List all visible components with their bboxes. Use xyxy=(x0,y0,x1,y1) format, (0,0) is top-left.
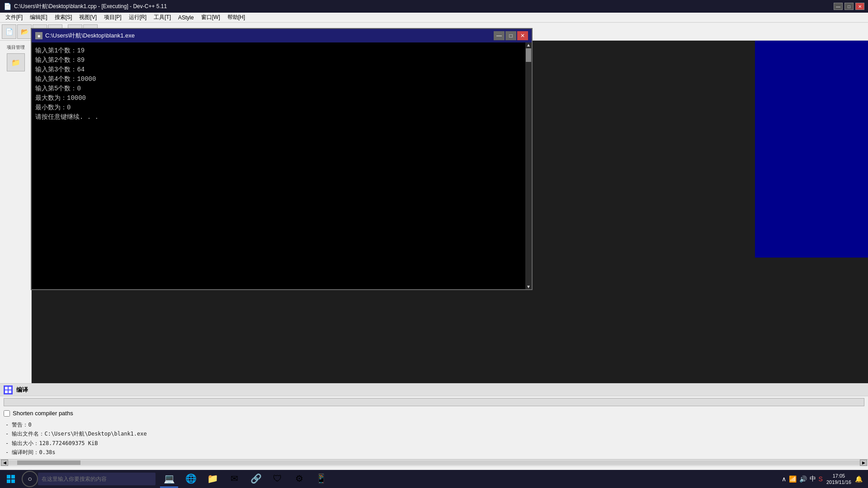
h-scroll-left-button[interactable]: ◀ xyxy=(1,460,8,466)
console-scrollbar[interactable]: ▲ ▼ xyxy=(525,42,532,289)
taskbar-sys-icons: ∧ 📶 🔊 中 S xyxy=(782,475,823,483)
compile-progress-bar xyxy=(4,398,864,406)
windows-taskbar: ○ 💻 🌐 📁 ✉ 🔗 🛡 ⚙ 📱 ∧ 📶 🔊 中 S 17:05 2019/1… xyxy=(0,470,868,488)
cortana-button[interactable]: ○ xyxy=(22,471,38,487)
toolbar-open-button[interactable]: 📂 xyxy=(17,24,32,39)
console-title-left: ■ C:\Users\叶航\Desktop\blank1.exe xyxy=(35,32,135,40)
sidebar-project-label: 项目管理 xyxy=(0,42,31,52)
title-bar-left: 📄 C:\Users\叶航\Desktop\blank1.cpp - [Exec… xyxy=(4,3,167,10)
window-title: C:\Users\叶航\Desktop\blank1.cpp - [Execut… xyxy=(14,3,167,10)
console-body: 输入第1个数：19 输入第2个数：89 输入第3个数：64 输入第4个数：100… xyxy=(32,42,532,289)
console-line-3: 输入第3个数：64 xyxy=(35,65,522,75)
tray-ime-icon[interactable]: 中 xyxy=(810,475,816,483)
taskbar-right: ∧ 📶 🔊 中 S 17:05 2019/11/16 🔔 xyxy=(782,473,866,486)
bottom-panel: 编译 Shorten compiler paths - 警告：0 - 输出文件名… xyxy=(0,383,868,474)
menu-astyle[interactable]: AStyle xyxy=(175,14,198,22)
compile-output-line-3: - 输出大小：128.7724609375 KiB xyxy=(5,439,863,448)
tray-volume-icon[interactable]: 🔊 xyxy=(799,475,807,483)
console-title-bar: ■ C:\Users\叶航\Desktop\blank1.exe — □ ✕ xyxy=(32,29,532,42)
tray-expand-icon[interactable]: ∧ xyxy=(782,475,786,483)
svg-rect-2 xyxy=(7,479,10,483)
menu-project[interactable]: 项目[P] xyxy=(100,13,125,22)
taskbar-app-tablet[interactable]: 📱 xyxy=(312,470,330,488)
svg-rect-3 xyxy=(11,479,15,483)
title-bar: 📄 C:\Users\叶航\Desktop\blank1.cpp - [Exec… xyxy=(0,0,868,13)
compile-header-label: 编译 xyxy=(16,386,28,394)
menu-edit[interactable]: 编辑[E] xyxy=(26,13,51,22)
compile-output-line-1: - 警告：0 xyxy=(5,420,863,429)
shorten-compiler-paths-label: Shorten compiler paths xyxy=(13,410,73,417)
shorten-compiler-paths-checkbox[interactable] xyxy=(4,410,10,417)
title-bar-controls: — □ ✕ xyxy=(834,3,864,10)
taskbar-app-explorer[interactable]: 📁 xyxy=(203,470,222,488)
h-scroll-track[interactable] xyxy=(8,460,860,465)
compile-output-line-4: - 编译时间：0.38s xyxy=(5,448,863,457)
console-maximize-button[interactable]: □ xyxy=(505,31,516,40)
console-window: ■ C:\Users\叶航\Desktop\blank1.exe — □ ✕ 输… xyxy=(31,28,533,290)
taskbar-search-input[interactable] xyxy=(38,473,156,485)
h-scrollbar[interactable]: ◀ ▶ xyxy=(0,459,868,466)
menu-view[interactable]: 视图[V] xyxy=(75,13,100,22)
svg-rect-1 xyxy=(11,475,15,479)
tray-notification-icon[interactable]: 🔔 xyxy=(855,475,863,483)
taskbar-app-network[interactable]: 🔗 xyxy=(247,470,265,488)
taskbar-time: 17:05 xyxy=(826,473,851,479)
h-scroll-thumb[interactable] xyxy=(17,460,80,465)
compile-output: - 警告：0 - 输出文件名：C:\Users\叶航\Desktop\blank… xyxy=(0,418,868,459)
maximize-button[interactable]: □ xyxy=(844,3,854,10)
console-controls: — □ ✕ xyxy=(494,31,528,40)
console-title-text: C:\Users\叶航\Desktop\blank1.exe xyxy=(45,32,135,40)
console-line-5: 输入第5个数：0 xyxy=(35,84,522,94)
menu-window[interactable]: 窗口[W] xyxy=(198,13,224,22)
taskbar-app-antivirus[interactable]: 🛡 xyxy=(269,470,287,488)
compile-header: 编译 xyxy=(0,384,868,396)
taskbar-date: 2019/11/16 xyxy=(826,479,851,485)
console-line-1: 输入第1个数：19 xyxy=(35,46,522,56)
console-content: 输入第1个数：19 输入第2个数：89 输入第3个数：64 输入第4个数：100… xyxy=(32,42,525,289)
menu-help[interactable]: 帮助[H] xyxy=(224,13,249,22)
right-panel xyxy=(755,41,868,258)
taskbar-app-devcpp[interactable]: 💻 xyxy=(160,470,178,488)
scrollbar-thumb[interactable] xyxy=(526,48,531,62)
menu-bar: 文件[F] 编辑[E] 搜索[S] 视图[V] 项目[P] 运行[R] 工具[T… xyxy=(0,13,868,23)
menu-run[interactable]: 运行[R] xyxy=(125,13,150,22)
console-minimize-button[interactable]: — xyxy=(494,31,505,40)
app-icon: 📄 xyxy=(4,3,11,10)
console-app-icon: ■ xyxy=(35,32,42,39)
menu-search[interactable]: 搜索[S] xyxy=(51,13,76,22)
taskbar-clock[interactable]: 17:05 2019/11/16 xyxy=(826,473,851,486)
console-line-8: 请按任意键继续. . . xyxy=(35,113,522,122)
sidebar-icon-1[interactable]: 📁 xyxy=(7,53,25,71)
close-button[interactable]: ✕ xyxy=(855,3,864,10)
console-line-6: 最大数为：10000 xyxy=(35,94,522,103)
menu-file[interactable]: 文件[F] xyxy=(2,13,26,22)
taskbar-app-ie[interactable]: 🌐 xyxy=(182,470,200,488)
taskbar-app-mail[interactable]: ✉ xyxy=(225,470,243,488)
shorten-label-container: Shorten compiler paths xyxy=(0,408,868,418)
minimize-button[interactable]: — xyxy=(834,3,843,10)
menu-tools[interactable]: 工具[T] xyxy=(150,13,175,22)
console-line-7: 最小数为：0 xyxy=(35,103,522,113)
svg-rect-0 xyxy=(7,475,10,479)
console-close-button[interactable]: ✕ xyxy=(517,31,528,40)
start-button[interactable] xyxy=(2,470,20,488)
console-line-2: 输入第2个数：89 xyxy=(35,56,522,65)
tray-network-icon[interactable]: 📶 xyxy=(789,475,797,483)
tray-sogou-icon[interactable]: S xyxy=(819,475,823,483)
compile-output-line-2: - 输出文件名：C:\Users\叶航\Desktop\blank1.exe xyxy=(5,429,863,438)
console-line-4: 输入第4个数：10000 xyxy=(35,75,522,84)
compile-icon xyxy=(4,385,13,394)
taskbar-app-dev[interactable]: ⚙ xyxy=(290,470,308,488)
h-scroll-right-button[interactable]: ▶ xyxy=(860,460,867,466)
taskbar-icons: 💻 🌐 📁 ✉ 🔗 🛡 ⚙ 📱 xyxy=(159,470,331,488)
toolbar-new-button[interactable]: 📄 xyxy=(2,24,16,39)
